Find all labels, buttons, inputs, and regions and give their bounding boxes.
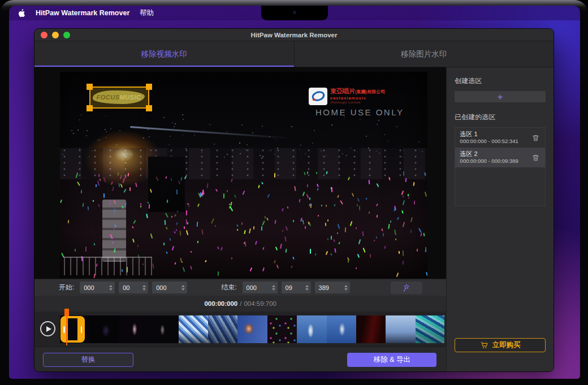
selection-handle-bottom-left[interactable]	[87, 105, 93, 111]
timeline-thumbnail	[89, 315, 119, 343]
replace-button[interactable]: 替换	[43, 353, 133, 367]
window-title: HitPaw Watermark Remover	[34, 32, 554, 38]
end-millis-spinner[interactable]: 389	[315, 282, 350, 293]
camera-dot	[293, 11, 296, 14]
play-button[interactable]	[40, 321, 55, 336]
time-display-row: 000:00:000 / 004:59:700	[34, 296, 446, 312]
timeline-thumbnail	[208, 315, 237, 343]
watermark-selection-box[interactable]: FOCUSMUSIC	[89, 86, 149, 109]
barrier-fence	[64, 257, 152, 275]
end-seconds-spinner[interactable]: 09	[282, 282, 311, 293]
main-panel: 東亞唱片(集團)有限公司 eastasiamusic (Holdings) Li…	[34, 67, 446, 371]
trim-range-bracket[interactable]	[60, 316, 85, 343]
buy-now-button[interactable]: 立即购买	[455, 338, 546, 352]
broadcaster-logo-icon	[309, 88, 327, 105]
timeline-thumbnail	[179, 315, 208, 343]
timeline-thumbnail	[267, 315, 297, 343]
title-bar: HitPaw Watermark Remover	[34, 29, 554, 41]
spinner-arrows-icon[interactable]	[272, 285, 275, 291]
delete-selection-button[interactable]	[531, 153, 541, 163]
selection-list: 选区 1 000:00:000 - 000:52:341 选区 2 000:00…	[455, 127, 546, 206]
close-button[interactable]	[41, 32, 47, 38]
timeline-thumbnail	[149, 315, 178, 343]
home-use-only-watermark: HOME USE ONLY	[315, 107, 422, 117]
timeline-thumbnail	[119, 315, 149, 343]
play-icon	[46, 326, 51, 332]
spinner-arrows-icon[interactable]	[305, 285, 309, 291]
playhead[interactable]	[66, 313, 67, 345]
apple-menu-icon[interactable]	[18, 9, 25, 18]
selection-item-2[interactable]: 选区 2 000:00:000 - 000:09:389	[455, 148, 545, 167]
timeline-thumbnail	[356, 315, 386, 343]
zoom-button[interactable]	[63, 32, 70, 38]
video-viewport: 東亞唱片(集團)有限公司 eastasiamusic (Holdings) Li…	[34, 67, 446, 279]
trash-icon	[532, 154, 539, 162]
focus-music-watermark: FOCUSMUSIC	[93, 90, 145, 104]
trash-icon	[532, 134, 539, 142]
timeline-thumbnail	[327, 315, 356, 343]
timeline-strip[interactable]	[60, 315, 444, 343]
start-millis-spinner[interactable]: 000	[152, 282, 187, 293]
video-frame[interactable]: 東亞唱片(集團)有限公司 eastasiamusic (Holdings) Li…	[60, 72, 427, 278]
selection-handle-top-right[interactable]	[146, 84, 152, 90]
menubar-app-name[interactable]: HitPaw Watermark Remover	[36, 9, 129, 17]
start-minutes-spinner[interactable]: 000	[80, 282, 115, 293]
selection-handle-top-left[interactable]	[87, 84, 93, 90]
add-selection-button[interactable]: +	[455, 91, 546, 102]
star-magnifier-icon	[402, 283, 411, 292]
created-selections-label: 已创建的选区	[455, 113, 546, 122]
create-selection-label: 创建选区	[455, 76, 546, 86]
timeline-thumbnail	[386, 315, 415, 343]
app-window: HitPaw Watermark Remover 移除视频水印 移除图片水印	[34, 28, 554, 372]
traffic-lights	[41, 32, 70, 38]
menubar-item-help[interactable]: 帮助	[140, 8, 154, 18]
end-label: 结束:	[221, 283, 236, 292]
spinner-arrows-icon[interactable]	[344, 285, 348, 291]
spinner-arrows-icon[interactable]	[142, 285, 146, 291]
delete-selection-button[interactable]	[531, 133, 541, 143]
preview-effect-button[interactable]	[391, 282, 422, 294]
end-minutes-spinner[interactable]: 000	[243, 282, 278, 293]
sidebar: 创建选区 + 已创建的选区 选区 1 000:00:000 - 000:52:3…	[446, 67, 554, 371]
playhead-handle[interactable]	[64, 309, 69, 316]
timeline-thumbnail	[237, 315, 267, 343]
timeline-thumbnail	[416, 315, 444, 343]
timeline-row	[34, 312, 446, 347]
spinner-arrows-icon[interactable]	[181, 285, 185, 291]
tab-remove-video-watermark[interactable]: 移除视频水印	[34, 41, 294, 67]
camera-notch	[261, 6, 328, 20]
tab-remove-image-watermark[interactable]: 移除图片水印	[294, 41, 554, 67]
footer-bar: 替换 移除 & 导出	[34, 347, 446, 372]
desktop: HitPaw Watermark Remover 帮助 HitPaw Water…	[9, 6, 580, 379]
start-seconds-spinner[interactable]: 00	[119, 282, 148, 293]
remove-export-button[interactable]: 移除 & 导出	[347, 353, 436, 367]
timeline-thumbnail	[297, 315, 326, 343]
current-time: 000:00:000	[204, 300, 237, 307]
tab-bar: 移除视频水印 移除图片水印	[34, 41, 554, 67]
spinner-arrows-icon[interactable]	[109, 285, 113, 291]
shopping-cart-icon	[480, 341, 488, 349]
trim-controls-bar: 开始: 000 00 000 结束:	[34, 279, 446, 296]
minimize-button[interactable]	[52, 32, 59, 38]
selection-item-1[interactable]: 选区 1 000:00:000 - 000:52:341	[455, 128, 545, 148]
total-duration: 004:59:700	[244, 300, 276, 307]
broadcaster-watermark: 東亞唱片(集團)有限公司 eastasiamusic (Holdings) Li…	[309, 88, 422, 117]
start-label: 开始:	[59, 283, 74, 292]
selection-handle-bottom-right[interactable]	[146, 105, 152, 111]
